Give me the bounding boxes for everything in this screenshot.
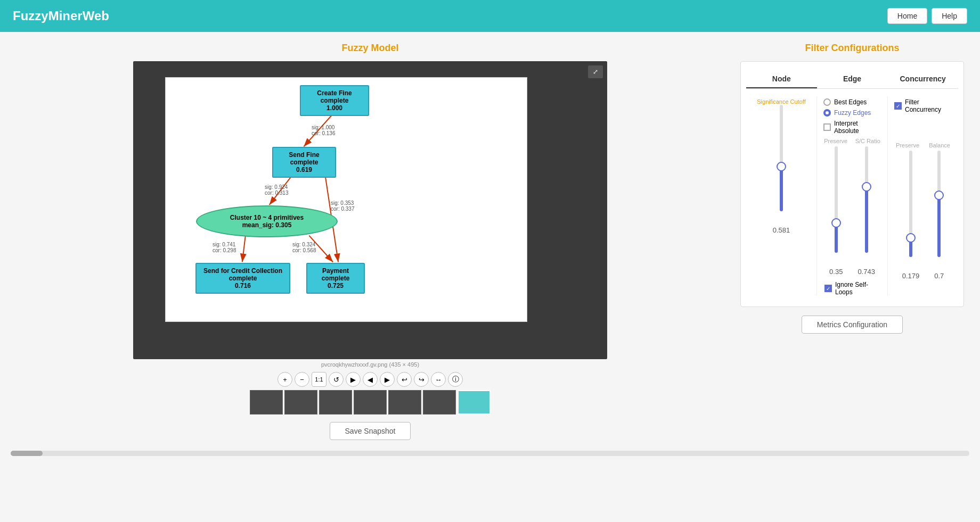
node-cluster: Cluster 10 ~ 4 primitivesmean_sig: 0.305 bbox=[196, 205, 338, 237]
filter-concurrency-label: Filter Concurrency bbox=[905, 98, 952, 113]
concurrency-preserve-slider-wrap bbox=[909, 151, 912, 268]
best-edges-radio[interactable] bbox=[823, 98, 831, 106]
edge-sc-thumb[interactable] bbox=[862, 182, 871, 192]
edge-label-2: sig: 0.924cor: 0.313 bbox=[265, 184, 288, 196]
save-snapshot-button[interactable]: Save Snapshot bbox=[330, 422, 411, 440]
metrics-btn-container: Metrics Configuration bbox=[740, 316, 964, 334]
zoom-out-button[interactable]: − bbox=[295, 372, 309, 387]
brand-title: FuzzyMinerWeb bbox=[13, 9, 109, 23]
node-slider-wrap bbox=[780, 105, 783, 222]
thumb-4[interactable] bbox=[354, 390, 387, 415]
concurrency-preserve-value: 0.179 bbox=[902, 272, 920, 280]
thumbnails bbox=[250, 390, 491, 415]
thumb-7[interactable] bbox=[458, 390, 491, 415]
fuzzy-edges-label[interactable]: Fuzzy Edges bbox=[834, 109, 871, 117]
ignore-self-loops-row: ✓ Ignore Self-Loops bbox=[820, 281, 884, 296]
concurrency-preserve-label: Preserve bbox=[896, 142, 919, 148]
edge-sliders-wrap: 0.35 0.743 bbox=[829, 146, 875, 276]
edge-preserve-slider-wrap bbox=[835, 146, 838, 263]
thumb-3[interactable] bbox=[319, 390, 352, 415]
concurrency-preserve-track[interactable] bbox=[909, 151, 912, 257]
filter-tabs: Node Edge Concurrency bbox=[746, 70, 958, 89]
play-button[interactable]: ▶ bbox=[346, 372, 361, 387]
thumb-1[interactable] bbox=[250, 390, 283, 415]
thumb-5[interactable] bbox=[388, 390, 421, 415]
edge-label-4: sig: 0.741cor: 0.298 bbox=[213, 242, 236, 253]
main-content: Fuzzy Model ⤢ bbox=[0, 32, 980, 451]
fuzzy-edges-radio[interactable] bbox=[823, 109, 831, 117]
redo-button[interactable]: ↪ bbox=[414, 372, 429, 387]
zoom-in-button[interactable]: + bbox=[277, 372, 292, 387]
prev-button[interactable]: ◀ bbox=[363, 372, 378, 387]
edge-sc-fill bbox=[865, 187, 868, 253]
edge-preserve-thumb[interactable] bbox=[831, 218, 841, 228]
edge-label-3: sig: 0.353cor: 0.337 bbox=[331, 200, 354, 212]
nav-buttons: Home Help bbox=[887, 8, 967, 24]
concurrency-balance-slider-wrap bbox=[937, 151, 941, 268]
metrics-configuration-button[interactable]: Metrics Configuration bbox=[802, 316, 903, 334]
expand-button[interactable]: ⤢ bbox=[588, 65, 603, 78]
scrollbar[interactable] bbox=[11, 451, 969, 456]
fit-button[interactable]: ↔ bbox=[431, 372, 446, 387]
node-slider-fill bbox=[780, 167, 783, 211]
sig-cutoff-label: Significance Cutoff bbox=[757, 98, 806, 105]
concurrency-sub-labels: Preserve Balance bbox=[891, 142, 955, 148]
concurrency-sliders-wrap: 0.179 0.7 bbox=[902, 151, 944, 280]
info-button[interactable]: ⓘ bbox=[448, 372, 463, 387]
edge-preserve-slider-track[interactable] bbox=[835, 146, 838, 253]
concurrency-options: ✓ Filter Concurrency bbox=[891, 96, 955, 117]
edge-label-1: sig: 1.000cor: 0.136 bbox=[312, 125, 335, 136]
best-edges-label: Best Edges bbox=[834, 98, 867, 106]
concurrency-balance-fill bbox=[937, 195, 941, 257]
node-slider-thumb[interactable] bbox=[777, 162, 786, 171]
navbar: FuzzyMinerWeb Home Help bbox=[0, 0, 980, 32]
concurrency-balance-thumb[interactable] bbox=[934, 190, 944, 200]
concurrency-preserve-thumb[interactable] bbox=[906, 233, 916, 243]
thumb-2[interactable] bbox=[284, 390, 317, 415]
thumb-6[interactable] bbox=[423, 390, 456, 415]
svg-line-4 bbox=[242, 236, 246, 262]
sliders-row: Significance Cutoff 0.581 bbox=[746, 96, 958, 296]
zoom-reset-button[interactable]: 1:1 bbox=[312, 372, 326, 387]
ignore-self-loops-checkbox[interactable]: ✓ bbox=[824, 285, 832, 292]
concurrency-balance-wrap: 0.7 bbox=[934, 151, 944, 280]
edge-label-5: sig: 0.324cor: 0.568 bbox=[292, 242, 316, 253]
edge-options: Best Edges Fuzzy Edges Interpret Absolut… bbox=[820, 96, 884, 138]
concurrency-slider-col: ✓ Filter Concurrency Preserve Balance bbox=[888, 96, 958, 296]
help-button[interactable]: Help bbox=[932, 8, 967, 24]
undo-button[interactable]: ↩ bbox=[397, 372, 412, 387]
tab-node[interactable]: Node bbox=[746, 70, 817, 88]
node-send-credit: Send for Credit Collectioncomplete0.716 bbox=[195, 263, 290, 294]
right-panel: Filter Configurations Node Edge Concurre… bbox=[740, 43, 964, 440]
save-btn-container: Save Snapshot bbox=[330, 422, 411, 440]
edge-sc-slider-track[interactable] bbox=[865, 146, 868, 253]
tab-concurrency[interactable]: Concurrency bbox=[887, 70, 958, 88]
edge-preserve-wrap: 0.35 bbox=[829, 146, 843, 276]
canvas-inner: Create Finecomplete1.000 Send Finecomple… bbox=[165, 77, 527, 322]
scrollbar-thumb[interactable] bbox=[11, 451, 43, 456]
interpret-absolute-checkbox[interactable] bbox=[823, 123, 831, 131]
sc-ratio-label: S/C Ratio bbox=[855, 138, 880, 144]
filter-concurrency-checkbox[interactable]: ✓ bbox=[894, 102, 902, 110]
edge-option-interpret: Interpret Absolute bbox=[823, 120, 881, 135]
preserve-label: Preserve bbox=[824, 138, 847, 144]
canvas-filename: pvcroqkhywzhxxxf.gv.png (435 × 495) bbox=[321, 361, 419, 368]
canvas-container: ⤢ bbox=[133, 61, 607, 359]
tab-edge[interactable]: Edge bbox=[817, 70, 888, 88]
refresh-button[interactable]: ↺ bbox=[329, 372, 344, 387]
concurrency-balance-value: 0.7 bbox=[934, 272, 944, 280]
concurrency-preserve-wrap: 0.179 bbox=[902, 151, 920, 280]
home-button[interactable]: Home bbox=[887, 8, 927, 24]
edge-preserve-value: 0.35 bbox=[829, 268, 843, 276]
fuzzy-model-title: Fuzzy Model bbox=[342, 43, 399, 54]
edge-sc-slider-wrap bbox=[865, 146, 868, 263]
node-slider-track[interactable] bbox=[780, 105, 783, 211]
edge-slider-col: Best Edges Fuzzy Edges Interpret Absolut… bbox=[817, 96, 888, 296]
node-slider-value: 0.581 bbox=[773, 226, 790, 234]
concurrency-balance-label: Balance bbox=[929, 142, 950, 148]
interpret-absolute-label: Interpret Absolute bbox=[834, 120, 881, 135]
concurrency-balance-track[interactable] bbox=[937, 151, 941, 257]
node-send-fine: Send Finecomplete0.619 bbox=[272, 147, 336, 178]
next-button[interactable]: ▶ bbox=[380, 372, 395, 387]
edge-sub-labels: Preserve S/C Ratio bbox=[820, 138, 884, 144]
